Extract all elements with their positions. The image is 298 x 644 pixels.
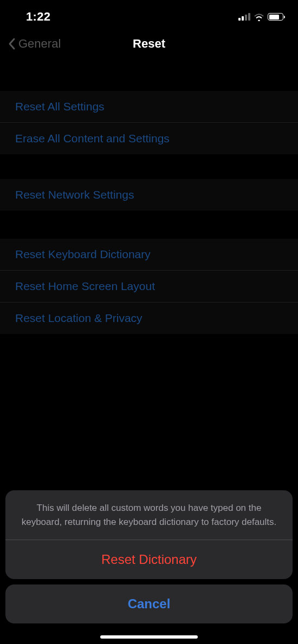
content: Reset All Settings Erase All Content and… (0, 58, 298, 334)
home-indicator[interactable] (100, 635, 198, 639)
list-group: Reset Keyboard Dictionary Reset Home Scr… (0, 239, 298, 334)
list-group: Reset All Settings Erase All Content and… (0, 91, 298, 154)
back-button[interactable]: General (8, 37, 61, 51)
status-time: 1:22 (26, 10, 50, 24)
reset-home-screen-layout[interactable]: Reset Home Screen Layout (0, 271, 298, 303)
reset-keyboard-dictionary[interactable]: Reset Keyboard Dictionary (0, 239, 298, 271)
action-sheet-message: This will delete all custom words you ha… (5, 490, 293, 540)
back-label: General (18, 37, 61, 51)
reset-location-privacy[interactable]: Reset Location & Privacy (0, 303, 298, 334)
reset-all-settings[interactable]: Reset All Settings (0, 91, 298, 123)
section-gap (0, 211, 298, 239)
list-group: Reset Network Settings (0, 179, 298, 211)
reset-dictionary-button[interactable]: Reset Dictionary (5, 540, 293, 579)
section-gap (0, 66, 298, 91)
action-sheet: This will delete all custom words you ha… (0, 485, 298, 644)
status-icons (238, 13, 285, 21)
chevron-left-icon (8, 37, 16, 50)
nav-bar: General Reset (0, 29, 298, 58)
cancel-button[interactable]: Cancel (5, 584, 293, 623)
section-gap (0, 154, 298, 179)
reset-network-settings[interactable]: Reset Network Settings (0, 179, 298, 211)
status-bar: 1:22 (0, 0, 298, 29)
erase-all-content[interactable]: Erase All Content and Settings (0, 123, 298, 154)
wifi-icon (254, 13, 264, 21)
nav-title: Reset (133, 37, 165, 51)
battery-icon (268, 13, 285, 21)
cellular-icon (238, 13, 250, 21)
